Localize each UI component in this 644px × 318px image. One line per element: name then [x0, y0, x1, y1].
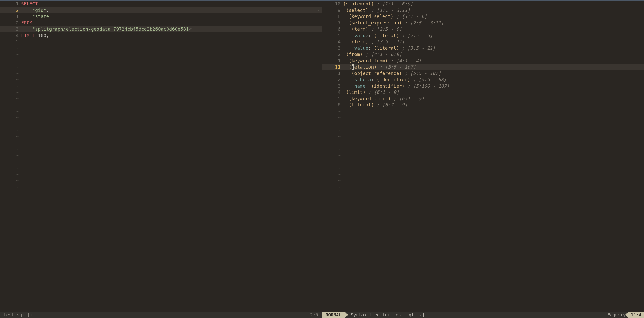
right-status-title: Syntax tree for test.sql [-]	[345, 312, 425, 318]
code-text: (from) ; [4:1 - 6:9]	[343, 51, 644, 58]
code-text: "splitgraph/election-geodata:79724cbf5dc…	[21, 26, 322, 32]
tilde-icon: ~	[0, 165, 21, 171]
code-line[interactable]: 6 (literal) ; [6:7 - 9]	[322, 102, 644, 108]
code-text: "gid",	[21, 7, 322, 14]
code-line[interactable]: 5 value: (literal) ; [2:5 - 9]	[322, 32, 644, 39]
code-text: (statement) ; [1:1 - 6:9]	[343, 1, 644, 7]
gutter-line-number: 3	[0, 26, 21, 32]
code-text: (keyword_select) ; [1:1 - 6]	[343, 13, 644, 20]
empty-line: ~	[0, 64, 322, 70]
gutter-line-number: 3	[322, 45, 343, 52]
empty-line: ~	[322, 171, 644, 178]
empty-line: ~	[322, 127, 644, 133]
tilde-icon: ~	[0, 127, 21, 133]
left-pane[interactable]: 1SELECT2 "gid",·1 "state"2FROM3 "splitgr…	[0, 0, 322, 318]
tilde-icon: ~	[322, 171, 343, 178]
empty-line: ~	[322, 133, 644, 140]
code-text: (term) ; [3:5 - 11]	[343, 39, 644, 45]
code-text: schema: (identifier) ; [5:5 - 98]	[343, 77, 644, 83]
right-pane[interactable]: 10(statement) ; [1:1 - 6:9]9 (select) ; …	[322, 0, 644, 318]
code-line[interactable]: 8 (keyword_select) ; [1:1 - 6]	[322, 13, 644, 20]
code-line[interactable]: 1 "state"	[0, 13, 322, 20]
code-text	[21, 39, 322, 45]
tilde-icon: ~	[0, 152, 21, 159]
tilde-icon: ~	[0, 121, 21, 127]
tilde-icon: ~	[322, 108, 343, 115]
database-icon	[607, 313, 611, 317]
code-text: (select_expression) ; [2:5 - 3:11]	[343, 20, 644, 26]
gutter-line-number: 2	[322, 77, 343, 83]
empty-line: ~	[322, 178, 644, 184]
code-line[interactable]: 7 (select_expression) ; [2:5 - 3:11]	[322, 20, 644, 26]
code-line[interactable]: 2 (from) ; [4:1 - 6:9]	[322, 51, 644, 58]
code-line[interactable]: 11 (relation) ; [5:5 - 107]·	[322, 64, 644, 70]
tilde-icon: ~	[0, 51, 21, 58]
empty-line: ~	[322, 165, 644, 171]
code-line[interactable]: 2 "gid",·	[0, 7, 322, 14]
tilde-icon: ~	[0, 64, 21, 70]
tilde-icon: ~	[322, 159, 343, 165]
gutter-line-number: 5	[0, 39, 21, 45]
code-text: (term) ; [2:5 - 9]	[343, 26, 644, 32]
code-line[interactable]: 4LIMIT 100;	[0, 32, 322, 39]
tilde-icon: ~	[0, 108, 21, 115]
empty-line: ~	[0, 102, 322, 108]
code-text: "state"	[21, 13, 322, 20]
empty-line: ~	[322, 108, 644, 115]
code-line[interactable]: 6 (term) ; [2:5 - 9]	[322, 26, 644, 32]
gutter-line-number: 2	[322, 51, 343, 58]
tilde-icon: ~	[322, 140, 343, 146]
code-line[interactable]: 5 (keyword_limit) ; [6:1 - 5]	[322, 96, 644, 102]
gutter-line-number: 9	[322, 7, 343, 14]
gutter-line-number: 4	[322, 89, 343, 96]
code-line[interactable]: 3 value: (literal) ; [3:5 - 11]	[322, 45, 644, 52]
right-status-pos: 11:4	[628, 312, 644, 318]
code-text: (keyword_from) ; [4:1 - 4]	[343, 58, 644, 64]
code-text: value: (literal) ; [2:5 - 9]	[343, 32, 644, 39]
empty-line: ~	[0, 108, 322, 115]
code-line[interactable]: 5	[0, 39, 322, 45]
empty-line: ~	[0, 133, 322, 140]
empty-line: ~	[0, 171, 322, 178]
empty-line: ~	[0, 77, 322, 83]
gutter-line-number: 1	[0, 13, 21, 20]
wrap-marker-icon: ·	[640, 64, 642, 70]
tilde-icon: ~	[0, 146, 21, 153]
code-line[interactable]: 1 (keyword_from) ; [4:1 - 4]	[322, 58, 644, 64]
code-line[interactable]: 1 (object_reference) ; [5:5 - 107]	[322, 70, 644, 77]
code-text: (relation) ; [5:5 - 107]	[343, 64, 644, 70]
code-line[interactable]: 3 "splitgraph/election-geodata:79724cbf5…	[0, 26, 322, 32]
code-line[interactable]: 4 (limit) ; [6:1 - 9]	[322, 89, 644, 96]
code-line[interactable]: 2 schema: (identifier) ; [5:5 - 98]	[322, 77, 644, 83]
code-text: value: (literal) ; [3:5 - 11]	[343, 45, 644, 52]
code-line[interactable]: 4 (term) ; [3:5 - 11]	[322, 39, 644, 45]
empty-line: ~	[0, 83, 322, 89]
empty-line: ~	[322, 146, 644, 153]
tilde-icon: ~	[0, 184, 21, 190]
tilde-icon: ~	[0, 58, 21, 64]
tilde-icon: ~	[0, 171, 21, 178]
tilde-icon: ~	[322, 127, 343, 133]
left-buffer[interactable]: 1SELECT2 "gid",·1 "state"2FROM3 "splitgr…	[0, 1, 322, 312]
tilde-icon: ~	[322, 146, 343, 153]
gutter-line-number: 11	[322, 64, 343, 70]
left-statusline: test.sql [+] 2:5	[0, 312, 322, 318]
code-line[interactable]: 10(statement) ; [1:1 - 6:9]	[322, 1, 644, 7]
code-line[interactable]: 2FROM	[0, 20, 322, 26]
code-line[interactable]: 1SELECT	[0, 1, 322, 7]
gutter-line-number: 1	[322, 58, 343, 64]
code-line[interactable]: 9 (select) ; [1:1 - 3:11]	[322, 7, 644, 14]
gutter-line-number: 10	[322, 1, 343, 7]
empty-line: ~	[0, 45, 322, 52]
code-line[interactable]: 3 name: (identifier) ; [5:100 - 107]	[322, 83, 644, 89]
tilde-icon: ~	[322, 152, 343, 159]
mode-indicator: NORMAL	[322, 312, 345, 318]
right-status-db: query	[605, 312, 628, 318]
empty-line: ~	[0, 140, 322, 146]
editor-screen: 1SELECT2 "gid",·1 "state"2FROM3 "splitgr…	[0, 0, 644, 318]
empty-line: ~	[0, 152, 322, 159]
empty-line: ~	[0, 58, 322, 64]
right-buffer[interactable]: 10(statement) ; [1:1 - 6:9]9 (select) ; …	[322, 1, 644, 312]
gutter-line-number: 2	[0, 20, 21, 26]
gutter-line-number: 2	[0, 7, 21, 14]
